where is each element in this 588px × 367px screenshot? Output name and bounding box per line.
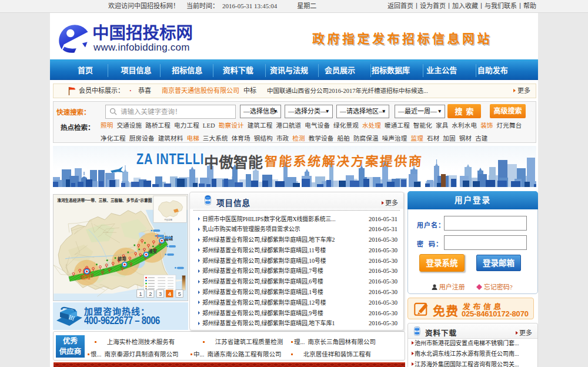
svg-text:淮安: 淮安 xyxy=(148,248,157,254)
svg-text:3: 3 xyxy=(159,291,162,297)
svg-text:5: 5 xyxy=(178,291,181,297)
svg-text:信阳: 信阳 xyxy=(82,274,91,280)
svg-text:4: 4 xyxy=(168,291,172,297)
svg-text:2: 2 xyxy=(149,291,152,297)
svg-text:蚌埠: 蚌埠 xyxy=(118,256,126,262)
svg-text:淮河生态经济带“一带、三核、三极轴、多节点”示意图: 淮河生态经济带“一带、三核、三极轴、多节点”示意图 xyxy=(57,198,152,203)
svg-text:中国全图: 中国全图 xyxy=(164,218,172,221)
svg-text:1: 1 xyxy=(139,291,142,297)
